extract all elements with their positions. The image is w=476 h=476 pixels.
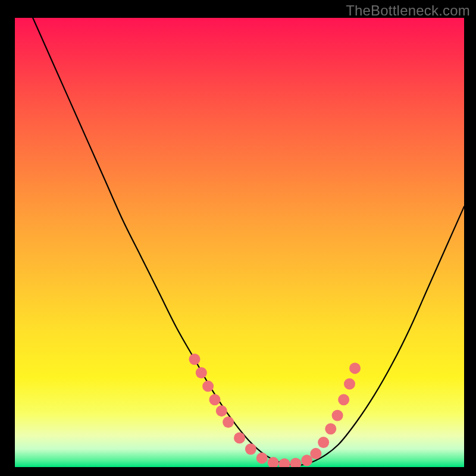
marker-dot [301,455,312,466]
highlighted-points [189,353,361,467]
marker-dot [318,437,329,448]
marker-dot [268,457,279,467]
marker-dot [216,405,227,416]
watermark-text: TheBottleneck.com [346,2,470,19]
marker-dot [344,378,355,390]
marker-dot [256,452,268,464]
marker-dot [223,416,234,428]
marker-dot [290,458,301,467]
marker-dot [325,423,336,434]
chart-frame: TheBottleneck.com [0,0,476,476]
bottleneck-curve [33,18,464,465]
marker-dot [332,410,343,421]
marker-dot [196,367,207,378]
marker-dot [189,353,201,365]
curve-layer [15,18,464,467]
plot-area [15,18,464,467]
marker-dot [209,394,220,405]
marker-dot [202,381,214,392]
marker-dot [245,443,256,455]
marker-dot [310,448,321,459]
marker-dot [338,394,349,405]
marker-dot [279,458,290,467]
marker-dot [349,362,361,374]
marker-dot [234,432,245,443]
